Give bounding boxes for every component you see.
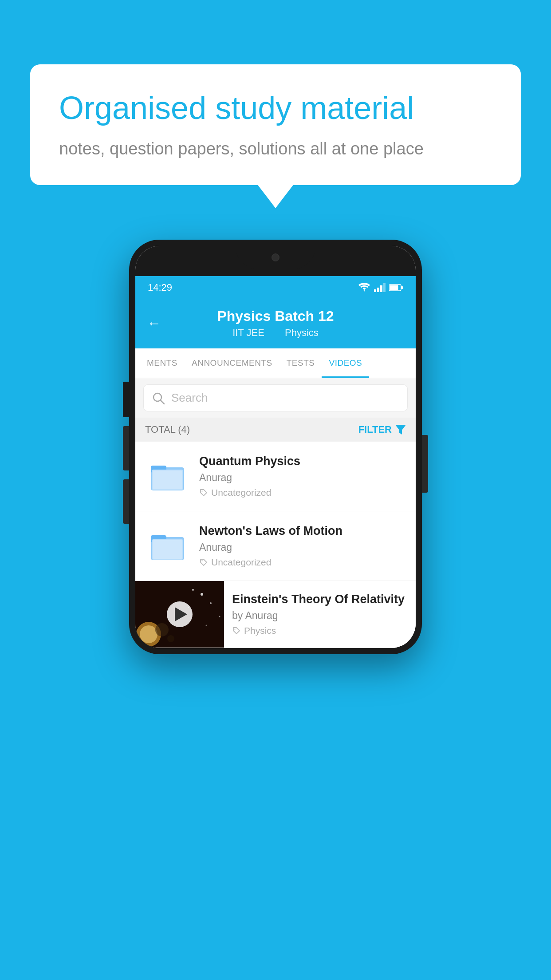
item-title: Quantum Physics bbox=[199, 454, 406, 468]
power-button bbox=[422, 435, 428, 493]
play-button[interactable] bbox=[167, 601, 193, 627]
item-thumbnail bbox=[145, 524, 189, 568]
search-icon bbox=[152, 391, 165, 405]
list-item[interactable]: Newton's Laws of Motion Anurag Uncategor… bbox=[135, 511, 416, 581]
header-title-block: Physics Batch 12 IIT JEE Physics bbox=[217, 308, 334, 339]
status-bar: 14:29 bbox=[135, 276, 416, 299]
tag-icon bbox=[199, 488, 208, 497]
svg-point-14 bbox=[201, 490, 202, 491]
item-tag-text: Uncategorized bbox=[211, 557, 271, 568]
notch-bar bbox=[135, 246, 416, 276]
back-button[interactable]: ← bbox=[147, 315, 161, 332]
svg-rect-6 bbox=[401, 286, 403, 289]
filter-button[interactable]: FILTER bbox=[358, 424, 406, 435]
list-item[interactable]: Einstein's Theory Of Relativity by Anura… bbox=[135, 581, 416, 648]
filter-icon bbox=[395, 425, 406, 435]
tag-icon bbox=[199, 558, 208, 567]
filter-row: TOTAL (4) FILTER bbox=[135, 418, 416, 442]
video-list: Quantum Physics Anurag Uncategorized bbox=[135, 442, 416, 648]
item-tag: Uncategorized bbox=[199, 487, 406, 498]
item-info: Newton's Laws of Motion Anurag Uncategor… bbox=[199, 524, 406, 568]
svg-point-26 bbox=[201, 593, 203, 596]
item-tag: Physics bbox=[232, 625, 408, 636]
header-subtitle-iit: IIT JEE bbox=[232, 327, 264, 338]
phone-mockup: 14:29 bbox=[129, 240, 422, 654]
item-author: Anurag bbox=[199, 472, 406, 484]
phone-outer: 14:29 bbox=[129, 240, 422, 654]
battery-icon bbox=[389, 284, 403, 292]
list-item[interactable]: Quantum Physics Anurag Uncategorized bbox=[135, 442, 416, 511]
svg-rect-3 bbox=[383, 283, 386, 292]
svg-line-8 bbox=[161, 400, 164, 404]
tabs-bar: MENTS ANNOUNCEMENTS TESTS VIDEOS bbox=[135, 348, 416, 378]
item-tag: Uncategorized bbox=[199, 557, 406, 568]
tab-tests[interactable]: TESTS bbox=[279, 348, 322, 378]
phone-screen: 14:29 bbox=[135, 246, 416, 648]
speech-bubble: Organised study material notes, question… bbox=[30, 64, 521, 185]
item-thumbnail bbox=[145, 454, 189, 498]
signal-icon bbox=[374, 283, 386, 292]
item-title: Einstein's Theory Of Relativity bbox=[232, 593, 408, 606]
folder-icon bbox=[149, 527, 186, 565]
total-count: TOTAL (4) bbox=[145, 424, 190, 435]
svg-rect-2 bbox=[380, 285, 382, 292]
folder-icon bbox=[149, 458, 186, 495]
tab-videos[interactable]: VIDEOS bbox=[322, 348, 369, 378]
search-container: Search bbox=[135, 378, 416, 418]
svg-point-23 bbox=[140, 625, 157, 643]
speech-bubble-section: Organised study material notes, question… bbox=[30, 64, 521, 185]
item-title: Newton's Laws of Motion bbox=[199, 524, 406, 538]
svg-rect-5 bbox=[390, 285, 398, 290]
video-preview-bg bbox=[135, 581, 224, 648]
front-camera bbox=[272, 253, 279, 261]
app-header: ← Physics Batch 12 IIT JEE Physics bbox=[135, 299, 416, 348]
item-author: by Anurag bbox=[232, 610, 408, 622]
video-thumbnail-preview bbox=[135, 581, 224, 648]
item-info: Quantum Physics Anurag Uncategorized bbox=[199, 454, 406, 498]
svg-marker-9 bbox=[395, 425, 406, 435]
svg-rect-13 bbox=[153, 470, 182, 489]
tab-announcements[interactable]: ANNOUNCEMENTS bbox=[185, 348, 279, 378]
item-tag-text: Uncategorized bbox=[211, 487, 271, 498]
volume-down-button bbox=[123, 479, 129, 524]
speech-bubble-subtext: notes, question papers, solutions all at… bbox=[59, 139, 492, 158]
svg-point-28 bbox=[192, 589, 194, 591]
notch bbox=[236, 246, 315, 269]
volume-up-button bbox=[123, 426, 129, 470]
search-bar[interactable]: Search bbox=[143, 384, 408, 411]
svg-point-29 bbox=[219, 616, 220, 617]
header-subtitle: IIT JEE Physics bbox=[217, 327, 334, 339]
status-time: 14:29 bbox=[148, 282, 172, 293]
svg-rect-1 bbox=[377, 288, 379, 292]
svg-rect-18 bbox=[153, 540, 182, 559]
wifi-icon bbox=[358, 283, 370, 292]
tab-ments[interactable]: MENTS bbox=[140, 348, 185, 378]
item-author: Anurag bbox=[199, 541, 406, 553]
svg-rect-0 bbox=[374, 289, 376, 292]
tag-icon bbox=[232, 626, 241, 635]
svg-point-19 bbox=[201, 560, 202, 561]
item-tag-text: Physics bbox=[244, 625, 276, 636]
play-icon bbox=[175, 607, 187, 621]
svg-point-32 bbox=[234, 628, 235, 629]
search-placeholder: Search bbox=[171, 391, 208, 405]
svg-point-25 bbox=[167, 635, 174, 642]
svg-point-27 bbox=[210, 602, 212, 604]
header-subtitle-physics: Physics bbox=[285, 327, 319, 338]
filter-label: FILTER bbox=[358, 424, 392, 435]
header-title: Physics Batch 12 bbox=[217, 308, 334, 324]
svg-point-31 bbox=[206, 625, 207, 626]
item-info: Einstein's Theory Of Relativity by Anura… bbox=[224, 581, 416, 642]
status-icons bbox=[358, 283, 403, 292]
speech-bubble-heading: Organised study material bbox=[59, 89, 492, 127]
